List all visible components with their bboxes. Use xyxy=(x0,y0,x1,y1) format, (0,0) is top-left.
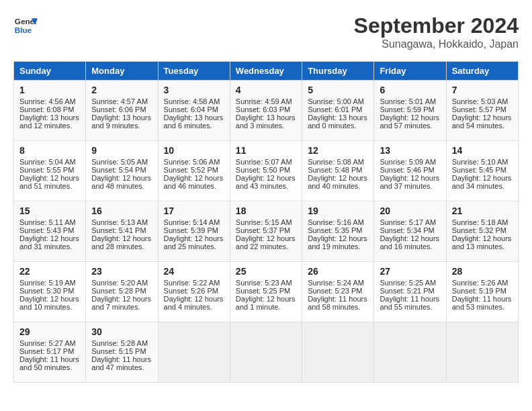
logo: General Blue xyxy=(13,13,38,38)
day-number: 21 xyxy=(452,205,513,216)
day-detail: and 25 minutes. xyxy=(164,242,224,250)
day-number: 7 xyxy=(452,85,513,95)
day-detail: and 9 minutes. xyxy=(91,122,152,130)
day-number: 16 xyxy=(91,205,152,216)
day-detail: Daylight: 11 hours xyxy=(308,295,368,303)
day-detail: and 19 minutes. xyxy=(308,242,368,250)
day-detail: Daylight: 12 hours xyxy=(164,174,224,182)
day-number: 18 xyxy=(236,205,296,216)
day-detail: Daylight: 12 hours xyxy=(19,174,80,182)
day-detail: Sunrise: 5:27 AM xyxy=(19,339,80,347)
day-number: 24 xyxy=(164,266,224,277)
day-detail: and 48 minutes. xyxy=(91,182,152,190)
day-detail: and 37 minutes. xyxy=(380,182,440,190)
day-detail: and 4 minutes. xyxy=(164,303,224,311)
day-detail: Daylight: 12 hours xyxy=(236,295,296,303)
day-detail: Sunset: 5:43 PM xyxy=(19,226,80,234)
calendar-week-row: 1Sunrise: 4:56 AMSunset: 6:08 PMDaylight… xyxy=(14,81,519,141)
day-detail: Sunset: 5:48 PM xyxy=(308,166,368,174)
day-detail: and 6 minutes. xyxy=(164,122,224,130)
day-detail: Sunrise: 5:11 AM xyxy=(19,218,80,226)
day-detail: Daylight: 12 hours xyxy=(236,234,296,242)
day-detail: Daylight: 12 hours xyxy=(91,174,152,182)
day-detail: Daylight: 12 hours xyxy=(19,295,80,303)
calendar-cell: 2Sunrise: 4:57 AMSunset: 6:06 PMDaylight… xyxy=(86,81,158,141)
calendar-cell: 23Sunrise: 5:20 AMSunset: 5:28 PMDayligh… xyxy=(86,262,158,322)
day-detail: Sunset: 5:30 PM xyxy=(19,287,80,295)
day-detail: Sunrise: 5:13 AM xyxy=(91,218,152,226)
day-number: 15 xyxy=(19,205,80,216)
calendar-table: SundayMondayTuesdayWednesdayThursdayFrid… xyxy=(13,61,519,383)
day-number: 25 xyxy=(236,266,296,277)
day-detail: Daylight: 12 hours xyxy=(452,234,513,242)
calendar-cell: 22Sunrise: 5:19 AMSunset: 5:30 PMDayligh… xyxy=(14,262,86,322)
day-number: 13 xyxy=(380,145,440,156)
calendar-cell: 6Sunrise: 5:01 AMSunset: 5:59 PMDaylight… xyxy=(374,81,446,141)
calendar-cell: 21Sunrise: 5:18 AMSunset: 5:32 PMDayligh… xyxy=(446,201,518,262)
weekday-header-tuesday: Tuesday xyxy=(158,62,230,81)
day-detail: Sunset: 5:54 PM xyxy=(91,166,152,174)
day-detail: and 22 minutes. xyxy=(236,242,296,250)
day-detail: Sunrise: 5:04 AM xyxy=(19,158,80,166)
day-detail: and 40 minutes. xyxy=(308,182,368,190)
day-detail: Sunrise: 5:10 AM xyxy=(452,158,513,166)
day-detail: Sunrise: 5:22 AM xyxy=(164,279,224,287)
calendar-cell: 15Sunrise: 5:11 AMSunset: 5:43 PMDayligh… xyxy=(14,201,86,262)
day-detail: Daylight: 11 hours xyxy=(91,355,152,363)
day-detail: and 31 minutes. xyxy=(19,242,80,250)
day-detail: Sunset: 5:25 PM xyxy=(236,287,296,295)
weekday-header-friday: Friday xyxy=(374,62,446,81)
day-number: 14 xyxy=(452,145,513,156)
day-detail: Sunset: 5:35 PM xyxy=(308,226,368,234)
calendar-cell: 16Sunrise: 5:13 AMSunset: 5:41 PMDayligh… xyxy=(86,201,158,262)
day-detail: and 28 minutes. xyxy=(91,242,152,250)
day-detail: Sunrise: 5:23 AM xyxy=(236,279,296,287)
day-detail: Sunset: 5:15 PM xyxy=(91,347,152,355)
calendar-week-row: 8Sunrise: 5:04 AMSunset: 5:55 PMDaylight… xyxy=(14,141,519,201)
day-detail: Sunrise: 5:01 AM xyxy=(380,97,440,105)
calendar-cell: 25Sunrise: 5:23 AMSunset: 5:25 PMDayligh… xyxy=(230,262,302,322)
weekday-header-thursday: Thursday xyxy=(302,62,374,81)
day-detail: and 0 minutes. xyxy=(308,122,368,130)
day-detail: Daylight: 12 hours xyxy=(380,234,440,242)
calendar-cell: 26Sunrise: 5:24 AMSunset: 5:23 PMDayligh… xyxy=(302,262,374,322)
day-detail: Sunrise: 5:19 AM xyxy=(19,279,80,287)
day-detail: and 58 minutes. xyxy=(308,303,368,311)
calendar-cell: 11Sunrise: 5:07 AMSunset: 5:50 PMDayligh… xyxy=(230,141,302,201)
day-detail: Sunset: 5:57 PM xyxy=(452,105,513,113)
day-detail: Sunrise: 5:06 AM xyxy=(164,158,224,166)
day-detail: and 13 minutes. xyxy=(452,242,513,250)
day-number: 9 xyxy=(91,145,152,156)
day-detail: Daylight: 12 hours xyxy=(19,234,80,242)
day-detail: Daylight: 12 hours xyxy=(452,174,513,182)
day-detail: Sunrise: 4:59 AM xyxy=(236,97,296,105)
day-detail: and 51 minutes. xyxy=(19,182,80,190)
day-detail: and 54 minutes. xyxy=(452,122,513,130)
day-number: 22 xyxy=(19,266,80,277)
svg-text:Blue: Blue xyxy=(15,26,32,34)
day-detail: Sunrise: 5:25 AM xyxy=(380,279,440,287)
calendar-cell: 9Sunrise: 5:05 AMSunset: 5:54 PMDaylight… xyxy=(86,141,158,201)
calendar-week-row: 15Sunrise: 5:11 AMSunset: 5:43 PMDayligh… xyxy=(14,201,519,262)
weekday-header-sunday: Sunday xyxy=(14,62,86,81)
day-detail: Sunrise: 5:16 AM xyxy=(308,218,368,226)
day-detail: Sunrise: 5:24 AM xyxy=(308,279,368,287)
day-detail: and 7 minutes. xyxy=(91,303,152,311)
day-detail: Daylight: 11 hours xyxy=(19,355,80,363)
day-detail: Sunset: 5:41 PM xyxy=(91,226,152,234)
day-number: 1 xyxy=(19,85,80,95)
day-detail: and 12 minutes. xyxy=(19,122,80,130)
day-number: 8 xyxy=(19,145,80,156)
calendar-cell: 19Sunrise: 5:16 AMSunset: 5:35 PMDayligh… xyxy=(302,201,374,262)
calendar-cell: 18Sunrise: 5:15 AMSunset: 5:37 PMDayligh… xyxy=(230,201,302,262)
calendar-cell xyxy=(374,322,446,383)
calendar-cell: 12Sunrise: 5:08 AMSunset: 5:48 PMDayligh… xyxy=(302,141,374,201)
day-detail: Sunrise: 5:28 AM xyxy=(91,339,152,347)
general-blue-logo-icon: General Blue xyxy=(13,13,38,38)
day-detail: Sunset: 5:28 PM xyxy=(91,287,152,295)
calendar-cell: 13Sunrise: 5:09 AMSunset: 5:46 PMDayligh… xyxy=(374,141,446,201)
calendar-cell: 4Sunrise: 4:59 AMSunset: 6:03 PMDaylight… xyxy=(230,81,302,141)
day-detail: Daylight: 13 hours xyxy=(91,113,152,122)
day-detail: Sunrise: 5:14 AM xyxy=(164,218,224,226)
day-number: 2 xyxy=(91,85,152,95)
